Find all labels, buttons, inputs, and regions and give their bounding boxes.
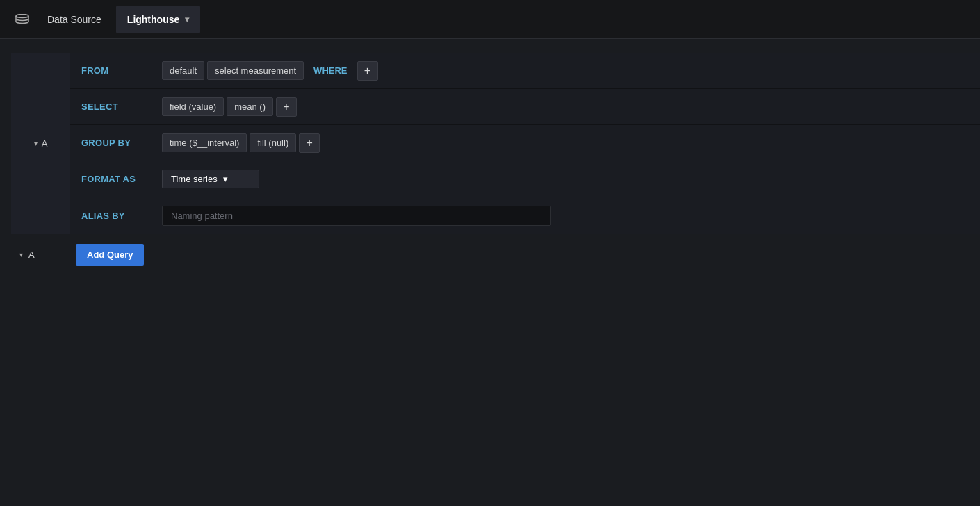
query-rows: FROM default select measurement WHERE + … — [70, 53, 980, 234]
where-label: WHERE — [307, 62, 354, 79]
from-measurement-pill[interactable]: select measurement — [207, 61, 304, 80]
select-row: SELECT field (value) mean () + — [70, 89, 980, 125]
alias-by-label: ALIAS BY — [76, 211, 159, 221]
datasource-name: Lighthouse — [127, 14, 179, 25]
group-by-add-button[interactable]: + — [299, 133, 320, 153]
from-row: FROM default select measurement WHERE + — [70, 53, 980, 89]
format-as-value: Time series — [171, 174, 218, 184]
alias-by-row: ALIAS BY — [70, 197, 980, 234]
add-query-button[interactable]: Add Query — [76, 244, 144, 266]
format-as-chevron-icon: ▾ — [223, 174, 228, 184]
field-value-pill[interactable]: field (value) — [162, 97, 224, 116]
add-query-left: ▾ A — [11, 250, 70, 260]
svg-point-0 — [16, 14, 28, 17]
format-as-label: FORMAT AS — [76, 174, 159, 184]
mean-pill[interactable]: mean () — [227, 97, 273, 116]
add-query-section: ▾ A Add Query — [11, 236, 980, 272]
top-bar: Data Source Lighthouse ▾ — [0, 0, 980, 39]
format-as-select[interactable]: Time series ▾ — [162, 170, 259, 188]
database-icon — [8, 6, 36, 33]
query-left-col: ▾ A — [11, 53, 70, 234]
group-by-label: GROUP BY — [76, 138, 159, 148]
fill-null-pill[interactable]: fill (null) — [250, 133, 296, 152]
alias-by-input[interactable] — [162, 206, 551, 226]
datasource-chevron-icon: ▾ — [185, 15, 189, 24]
query-section: ▾ A FROM default select measurement WHER… — [11, 53, 980, 234]
from-default-pill[interactable]: default — [162, 61, 204, 80]
add-query-chevron-icon: ▾ — [19, 251, 23, 259]
from-label: FROM — [76, 65, 159, 76]
select-add-button[interactable]: + — [276, 97, 297, 117]
group-by-row: GROUP BY time ($__interval) fill (null) … — [70, 125, 980, 161]
time-interval-pill[interactable]: time ($__interval) — [162, 133, 247, 152]
from-add-button[interactable]: + — [357, 61, 378, 81]
query-letter: A — [42, 138, 48, 149]
format-as-row: FORMAT AS Time series ▾ — [70, 161, 980, 197]
query-builder: ▾ A FROM default select measurement WHER… — [0, 39, 980, 286]
select-label: SELECT — [76, 101, 159, 112]
datasource-label: Data Source — [36, 6, 113, 33]
add-query-letter: A — [28, 250, 35, 260]
datasource-selector[interactable]: Lighthouse ▾ — [116, 6, 200, 33]
query-chevron-icon[interactable]: ▾ — [34, 140, 38, 147]
